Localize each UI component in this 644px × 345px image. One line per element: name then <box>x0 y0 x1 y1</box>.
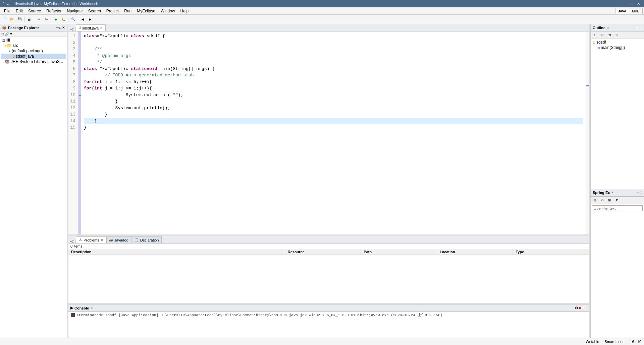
menu-edit[interactable]: Edit <box>13 8 25 14</box>
close-button[interactable]: ✕ <box>636 2 641 6</box>
col-description[interactable]: Description <box>68 249 285 255</box>
menu-bar: File Edit Source Refactor Navigate Searc… <box>0 7 644 15</box>
menu-file[interactable]: File <box>1 8 13 14</box>
tab-declaration[interactable]: 📋 Declaration <box>131 236 162 243</box>
toolbar-run[interactable]: ▶ <box>53 16 59 23</box>
bottom-maximize[interactable]: □ <box>72 239 74 243</box>
java-file-icon: J <box>13 54 15 59</box>
package-explorer-panel: 📦 Package Explorer ─ □ ✕ ⊟ 🔗 ▼ 🗂 llll ▸📁… <box>0 24 67 338</box>
status-right: Writable Smart Insert 16 : 10 <box>586 340 641 344</box>
spring-minimize[interactable]: ─ <box>637 191 639 195</box>
tab-sdsdf-java[interactable]: J sdsdf.java ✕ <box>76 24 106 31</box>
window-title: Java - llll/src/sdsdf.java - MyEclipse E… <box>3 2 98 6</box>
package-explorer-close[interactable]: ✕ <box>62 26 65 29</box>
col-location[interactable]: Location <box>437 249 513 255</box>
editor-area-maximize[interactable]: □ <box>72 27 74 31</box>
toolbar-navigate-back[interactable]: ◀ <box>79 16 86 23</box>
line-numbers: 123456789101112131415 <box>68 31 78 234</box>
spring-refresh-icon[interactable]: ⟲ <box>599 197 605 203</box>
right-panel: Outline ✕ ─ □ ↕ ⊟ ⟲ ⊞ C sdsdf m main(Str… <box>590 24 644 338</box>
menu-source[interactable]: Source <box>25 8 44 14</box>
col-path[interactable]: Path <box>361 249 437 255</box>
outline-collapse-icon[interactable]: ⊞ <box>613 32 620 39</box>
spring-collapse-icon[interactable]: ⊟ <box>591 197 598 203</box>
package-icon-small: ▸ <box>9 49 11 53</box>
console-minimize[interactable]: ─ <box>582 306 584 310</box>
console-tab-close-icon[interactable]: ✕ <box>90 306 93 310</box>
tab-close-sdsdf[interactable]: ✕ <box>100 26 103 30</box>
tree-sdsdf-java[interactable]: J sdsdf.java <box>1 54 66 59</box>
toolbar-undo[interactable]: ↩ <box>36 16 42 23</box>
toolbar-new[interactable]: 📄 <box>1 16 8 23</box>
link-with-editor-icon[interactable]: 🔗 <box>5 32 9 36</box>
collapse-all-icon[interactable]: ⊟ <box>1 32 4 36</box>
problems-content: 0 items Description Resource Path Locati… <box>68 244 589 303</box>
outline-method-main[interactable]: m main(String[]) <box>591 45 643 50</box>
console-clear-icon[interactable]: ⊘ <box>575 306 578 310</box>
spring-menu-icon[interactable]: ▼ <box>613 197 620 203</box>
menu-help[interactable]: Help <box>178 8 192 14</box>
menu-navigate[interactable]: Navigate <box>64 8 85 14</box>
status-insert-mode: Smart Insert <box>604 340 625 344</box>
problems-icon: ⚠ <box>79 238 82 242</box>
toolbar-print[interactable]: 🖨 <box>26 16 33 23</box>
outline-maximize[interactable]: □ <box>640 26 642 30</box>
outline-minimize[interactable]: ─ <box>637 26 639 30</box>
tab-problems[interactable]: ⚠ Problems ✕ <box>76 236 106 243</box>
maximize-button[interactable]: □ <box>629 2 634 6</box>
tree-project-llll[interactable]: 🗂 llll <box>1 38 66 43</box>
col-resource[interactable]: Resource <box>285 249 361 255</box>
toolbar-sep-3 <box>51 17 51 22</box>
console-panel: ▶ Console ✕ ⊘ ■ ─ □ ⬛ <terminated> sdsdf… <box>68 304 589 338</box>
editor-overview-ruler[interactable] <box>586 31 589 234</box>
tree-jre-library[interactable]: 📚 JRE System Library [JavaS... <box>1 59 66 64</box>
toolbar-save[interactable]: 💾 <box>16 16 23 23</box>
perspective-java[interactable]: Java <box>615 8 629 14</box>
problems-tab-close[interactable]: ✕ <box>101 238 103 242</box>
menu-run[interactable]: Run <box>121 8 134 14</box>
tree-src[interactable]: ▸📁 src <box>1 43 66 48</box>
spring-filter-input[interactable] <box>592 205 643 211</box>
tree-default-package[interactable]: ▸ (default package) <box>1 48 66 54</box>
outline-filter-icon[interactable]: ⊟ <box>599 32 605 39</box>
outline-close-icon[interactable]: ✕ <box>607 26 609 29</box>
tab-javadoc[interactable]: @ Javadoc <box>106 236 131 243</box>
console-controls: ⊘ ■ ─ □ <box>575 306 587 310</box>
menu-search[interactable]: Search <box>86 8 104 14</box>
console-maximize[interactable]: □ <box>585 306 587 310</box>
package-explorer-maximize[interactable]: □ <box>59 26 61 29</box>
view-menu-icon[interactable]: ▼ <box>9 32 13 36</box>
editor-area-minimize[interactable]: ─ <box>70 27 72 31</box>
spring-maximize[interactable]: □ <box>640 191 642 195</box>
col-type[interactable]: Type <box>513 249 589 255</box>
bottom-minimize[interactable]: ─ <box>70 239 72 243</box>
outline-sync-icon[interactable]: ⟲ <box>606 32 613 39</box>
scroll-marker <box>586 85 589 86</box>
code-content[interactable]: class="kw">public class sdsdf { /** * @p… <box>81 31 586 234</box>
toolbar-open[interactable]: 📂 <box>9 16 15 23</box>
outline-class-sdsdf[interactable]: C sdsdf <box>591 40 643 45</box>
package-explorer-controls: ─ □ ✕ <box>56 26 65 29</box>
package-tree: 🗂 llll ▸📁 src ▸ (default package) J sdsd… <box>0 37 67 338</box>
console-terminated-icon: ⬛ <box>70 313 75 317</box>
console-terminate-icon[interactable]: ■ <box>579 306 581 310</box>
outline-toolbar: ↕ ⊟ ⟲ ⊞ <box>591 31 644 39</box>
toolbar-search[interactable]: 🔍 <box>70 16 76 23</box>
toolbar-debug[interactable]: 🐛 <box>60 16 67 23</box>
declaration-icon: 📋 <box>134 238 139 242</box>
package-explorer-minimize[interactable]: ─ <box>56 26 59 29</box>
menu-refactor[interactable]: Refactor <box>44 8 64 14</box>
console-icon: ▶ <box>70 306 73 310</box>
menu-window[interactable]: Window <box>158 8 178 14</box>
toolbar-redo[interactable]: ↪ <box>43 16 50 23</box>
toolbar-navigate-forward[interactable]: ▶ <box>87 16 94 23</box>
spring-filter-icon[interactable]: ⊞ <box>606 197 613 203</box>
spring-close-icon[interactable]: ✕ <box>611 191 614 194</box>
code-editor[interactable]: 123456789101112131415 class="kw">public … <box>68 31 589 234</box>
minimize-button[interactable]: ─ <box>623 2 628 6</box>
menu-myeclipse[interactable]: MyEclipse <box>134 8 158 14</box>
menu-project[interactable]: Project <box>104 8 121 14</box>
perspective-myeclipse[interactable]: MyE <box>629 8 642 14</box>
status-bar: Writable Smart Insert 16 : 10 <box>0 338 644 345</box>
outline-sort-icon[interactable]: ↕ <box>591 32 598 39</box>
